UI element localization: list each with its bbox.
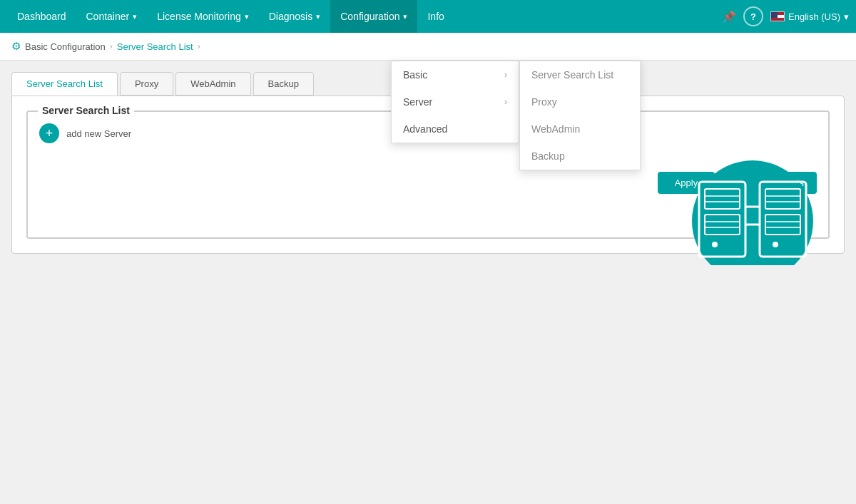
svg-point-0 — [692, 160, 813, 265]
nav-configuration[interactable]: Configuration ▾ — [330, 0, 417, 33]
breadcrumb-basic-config: Basic Configuration — [25, 41, 106, 52]
config-basic-label: Basic — [403, 69, 427, 81]
add-server-button[interactable]: + — [39, 123, 59, 143]
pin-icon[interactable]: 📌 — [722, 10, 736, 24]
language-selector[interactable]: English (US) ▾ — [770, 11, 849, 22]
nav-info-label: Info — [427, 11, 444, 22]
config-dropdown-server[interactable]: Server › — [392, 88, 519, 115]
breadcrumb-arrow: › — [110, 41, 113, 51]
tab-server-search-list-label: Server Search List — [26, 78, 103, 89]
nav-diagnosis-label: Diagnosis — [269, 11, 312, 22]
sub-backup-label: Backup — [531, 150, 565, 162]
nav-license[interactable]: License Monitoring ▾ — [147, 0, 259, 33]
gear-icon: ⚙ — [11, 40, 21, 53]
tab-backup-label: Backup — [268, 78, 299, 89]
sub-dropdown-server-search-list[interactable]: Server Search List — [520, 61, 640, 88]
chevron-down-icon: ▾ — [403, 12, 407, 21]
breadcrumb: ⚙ Basic Configuration › Server Search Li… — [0, 33, 856, 61]
nav-dashboard-label: Dashboard — [17, 11, 66, 22]
lang-label: English (US) — [788, 11, 840, 22]
chevron-down-icon: ▾ — [245, 12, 249, 21]
chevron-down-icon: ▾ — [316, 12, 320, 21]
tab-webadmin-label: WebAdmin — [190, 78, 235, 89]
top-navigation: Dashboard Container ▾ License Monitoring… — [0, 0, 856, 33]
breadcrumb-current: Server Search List — [117, 41, 193, 52]
submenu-arrow-icon: › — [504, 97, 507, 107]
svg-point-8 — [712, 242, 718, 247]
config-dropdown-basic[interactable]: Basic › — [392, 61, 519, 88]
topnav-right-section: 📌 ? English (US) ▾ — [716, 6, 849, 26]
panel-title: Server Search List — [38, 105, 134, 116]
nav-license-label: License Monitoring — [157, 11, 241, 22]
sub-dropdown: Server Search List Proxy WebAdmin Backup — [519, 61, 641, 170]
server-illustration — [678, 132, 827, 265]
lang-chevron-icon: ▾ — [844, 11, 849, 22]
nav-configuration-label: Configuration — [340, 11, 399, 22]
sub-dropdown-webadmin[interactable]: WebAdmin — [520, 115, 640, 143]
config-dropdown: Basic › Server › Advanced — [391, 61, 519, 143]
nav-container[interactable]: Container ▾ — [76, 0, 148, 33]
help-button[interactable]: ? — [743, 6, 763, 26]
chevron-down-icon: ▾ — [133, 12, 137, 21]
tab-proxy[interactable]: Proxy — [120, 72, 173, 96]
flag-icon — [770, 11, 785, 21]
nav-dashboard[interactable]: Dashboard — [7, 0, 76, 33]
submenu-arrow-icon: › — [504, 70, 507, 80]
sub-dropdown-proxy[interactable]: Proxy — [520, 88, 640, 115]
breadcrumb-end-arrow: › — [198, 41, 200, 51]
svg-point-16 — [773, 242, 778, 247]
sub-server-search-list-label: Server Search List — [531, 69, 613, 81]
tab-server-search-list[interactable]: Server Search List — [11, 72, 118, 96]
nav-container-label: Container — [86, 11, 130, 22]
config-advanced-label: Advanced — [403, 123, 447, 135]
add-server-label: add new Server — [66, 128, 131, 139]
tab-proxy-label: Proxy — [135, 78, 158, 89]
config-server-label: Server — [403, 96, 432, 108]
sub-proxy-label: Proxy — [531, 96, 557, 108]
sub-dropdown-backup[interactable]: Backup — [520, 143, 640, 170]
config-dropdown-advanced[interactable]: Advanced — [392, 115, 519, 143]
sub-webadmin-label: WebAdmin — [531, 123, 580, 135]
main-content: Server Search List Proxy WebAdmin Backup… — [0, 61, 856, 265]
tab-webadmin[interactable]: WebAdmin — [175, 72, 250, 96]
plus-icon: + — [46, 126, 54, 141]
tab-backup[interactable]: Backup — [253, 72, 314, 96]
nav-info[interactable]: Info — [417, 0, 454, 33]
nav-diagnosis[interactable]: Diagnosis ▾ — [259, 0, 330, 33]
